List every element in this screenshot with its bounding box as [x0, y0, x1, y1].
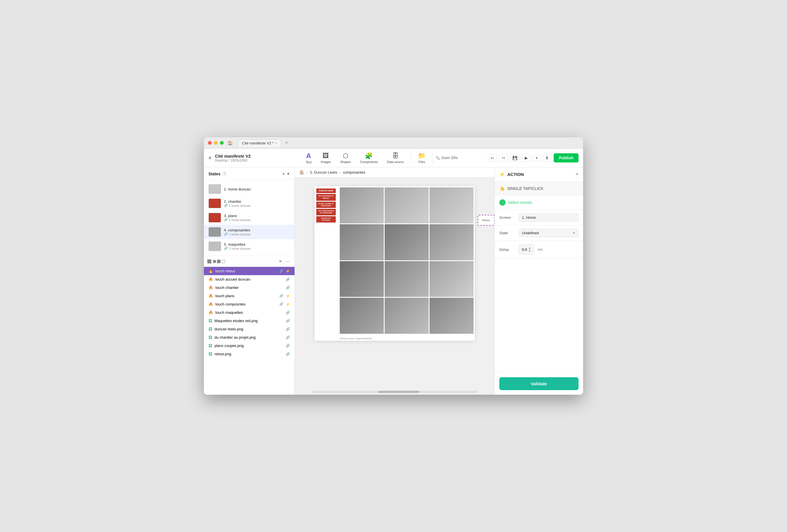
states-dropdown-button[interactable]: ▼ [286, 171, 290, 176]
project-info: Cité manifeste V2 Desktop / 1920x1080 [215, 154, 251, 163]
maximize-button[interactable] [220, 141, 224, 145]
modal-validate-section: Validate [495, 373, 583, 395]
canvas-scrollbar-thumb [378, 391, 420, 393]
state-item-1[interactable]: 1. home duncan [204, 182, 295, 196]
img-cell-7 [340, 261, 384, 297]
screen-field-value[interactable]: 1. Home [519, 213, 578, 222]
layer-tool-rect2[interactable] [213, 260, 216, 263]
state-parent-4: 🔗 1 home duncan [224, 232, 251, 236]
layer-item-maquettes-img[interactable]: 🖼 Maquettes etudes red.png 🔗 [204, 317, 295, 325]
breadcrumb-screen[interactable]: 3. Duncan Lewis [310, 170, 337, 174]
shapes-tool-icon: ⬡ [343, 152, 348, 159]
new-tab-button[interactable]: + [285, 140, 288, 146]
tab-close-icon[interactable]: × [275, 141, 277, 145]
state-item-5[interactable]: 5. maquettes 🔗 1 home duncan [204, 239, 295, 253]
layer-item-plans-img[interactable]: 🖼 plans coupes.png 🔗 [204, 341, 295, 350]
action-icon-composantes: ⚡ [286, 302, 290, 306]
save-button[interactable]: 💾 [510, 154, 520, 162]
undo-button[interactable]: ↩ [488, 154, 497, 162]
action-icon-retour: ⚡ [286, 269, 290, 273]
tool-datasource[interactable]: 🗄 Data source [383, 150, 408, 165]
layer-delete-button[interactable]: ✕ [277, 258, 283, 264]
states-help-icon[interactable]: ? [222, 172, 227, 176]
layer-item-touch-maquettes[interactable]: 🔥 touch maquettes 🔗 [204, 308, 295, 317]
tool-components[interactable]: 🧩 Components [356, 150, 382, 165]
images-tool-label: Images [321, 160, 331, 164]
state-field-select[interactable]: Undefined ▼ [519, 229, 578, 237]
delay-stepper[interactable]: ▲ ▼ [528, 246, 531, 253]
modal-select-screen-row[interactable]: Select screen [495, 195, 583, 210]
layer-item-touch-chantier[interactable]: 🔥 touch chantier 🔗 [204, 283, 295, 292]
state-item-3[interactable]: 3. plans 🔗 1 home duncan [204, 211, 295, 225]
add-state-button[interactable]: + [282, 171, 285, 176]
tool-shapes[interactable]: ⬡ Shapes [336, 150, 355, 165]
tool-files[interactable]: 📁 Files [414, 150, 429, 165]
layer-name-plans: touch plans [215, 294, 277, 298]
layer-tool-rect[interactable] [207, 259, 211, 263]
state-info-1: 1. home duncan [224, 187, 251, 191]
layer-item-touch-composantes[interactable]: 🔥 touch composntes 🔗 ⚡ [204, 300, 295, 308]
layer-tool-rect3[interactable] [217, 260, 220, 263]
layer-tool-copy[interactable] [221, 260, 225, 263]
files-tool-label: Files [418, 160, 425, 164]
canvas-scroll[interactable]: DUNCAN LEWIS DU CHANTIER AU PROJET PLANS… [295, 178, 494, 389]
selection-handle: Retour [477, 215, 494, 226]
play-button[interactable]: ▶ [522, 154, 531, 162]
modal-tap-icon: 👆 [499, 186, 505, 191]
zoom-control[interactable]: 🔍 Zoom 33% [435, 156, 458, 160]
state-parent-3: 🔗 1 home duncan [224, 218, 251, 222]
publish-button[interactable]: Publish [554, 153, 578, 163]
breadcrumb-separator-2: › [339, 170, 341, 174]
menu-btn-3[interactable]: PLANS, COUPES ET ÉLÉVATIONS [316, 201, 336, 208]
img-cell-12 [429, 298, 473, 334]
home-icon[interactable]: 🏠 [228, 141, 233, 145]
delay-unit-label: sec. [538, 248, 544, 251]
right-panel-wrapper: PROPERTIES ACTIONS 1 Actions ? + [494, 167, 583, 395]
state-field-label: State [499, 231, 515, 235]
toolbar-right: ↩ ↪ 💾 ▶ ▼ ⬆ Publish [488, 153, 578, 163]
fire-icon-composantes: 🔥 [209, 302, 213, 306]
layer-toolbar: ✕ ⋯ [204, 256, 295, 267]
layer-item-touch-retour[interactable]: 🔥 touch retour 🔗 ⚡ [204, 267, 295, 275]
minimize-button[interactable] [214, 141, 218, 145]
screen-field-label: Screen [499, 215, 515, 220]
menu-btn-2[interactable]: DU CHANTIER AU PROJET [316, 194, 336, 201]
layer-item-touch-accueil[interactable]: 🔥 touch accueil duncan 🔗 [204, 275, 295, 283]
state-item-2[interactable]: 2. chantier 🔗 1 home duncan [204, 196, 295, 211]
layer-item-duncan-img[interactable]: 🖼 duncan lewis.png 🔗 [204, 325, 295, 333]
validate-button[interactable]: Validate [499, 377, 578, 390]
state-item-4[interactable]: 4. composantes 🔗 1 home duncan [204, 225, 295, 239]
modal-select-label: Select screen [508, 200, 532, 205]
share-button[interactable]: ⬆ [543, 154, 551, 162]
img-icon-maquettes: 🖼 [209, 319, 212, 323]
zoom-label-text: Zoom 33% [441, 156, 458, 160]
link-icon-retour-img: 🔗 [286, 352, 290, 356]
link-icon-3: 🔗 [224, 218, 228, 222]
layer-item-chantier-img[interactable]: 🖼 du chantier au projet.png 🔗 [204, 333, 295, 341]
play-dropdown-button[interactable]: ▼ [533, 155, 541, 161]
delay-number-input[interactable]: 0.0 ▲ ▼ [519, 244, 534, 255]
layer-more-button[interactable]: ⋯ [284, 258, 291, 264]
modal-green-icon [499, 199, 506, 206]
action-modal-close-button[interactable]: × [575, 171, 578, 177]
img-icon-duncan: 🖼 [209, 327, 212, 331]
breadcrumb-home-icon[interactable]: 🏠 [299, 170, 304, 174]
menu-btn-1[interactable]: DUNCAN LEWIS [316, 189, 336, 193]
redo-button[interactable]: ↪ [499, 154, 508, 162]
tool-images[interactable]: 🖼 Images [317, 150, 335, 165]
menu-btn-5[interactable]: MAQUETTES D'ÉTUDES [316, 216, 336, 222]
layer-item-retour-img[interactable]: 🖼 retour.png 🔗 [204, 350, 295, 358]
menu-btn-4[interactable]: LES COMPOSANTES DU TERRITOIRE [316, 209, 336, 215]
layer-name-retour-img: retour.png [214, 352, 283, 356]
layer-item-touch-plans[interactable]: 🔥 touch plans 🔗 ⚡ [204, 292, 295, 300]
state-thumb-2 [209, 198, 221, 208]
canvas-scrollbar-h[interactable] [312, 391, 477, 393]
breadcrumb-current: composantes [343, 170, 365, 174]
close-button[interactable] [208, 141, 212, 145]
datasource-tool-label: Data source [387, 160, 404, 164]
action-modal-header: ⚡ ACTION × [495, 167, 583, 182]
link-icon-duncan-img: 🔗 [286, 327, 290, 331]
tool-text[interactable]: A Text [302, 150, 315, 166]
browser-tab[interactable]: Cité manifeste V2 * × [238, 139, 281, 147]
menu-icon[interactable]: ≡ [209, 155, 212, 161]
